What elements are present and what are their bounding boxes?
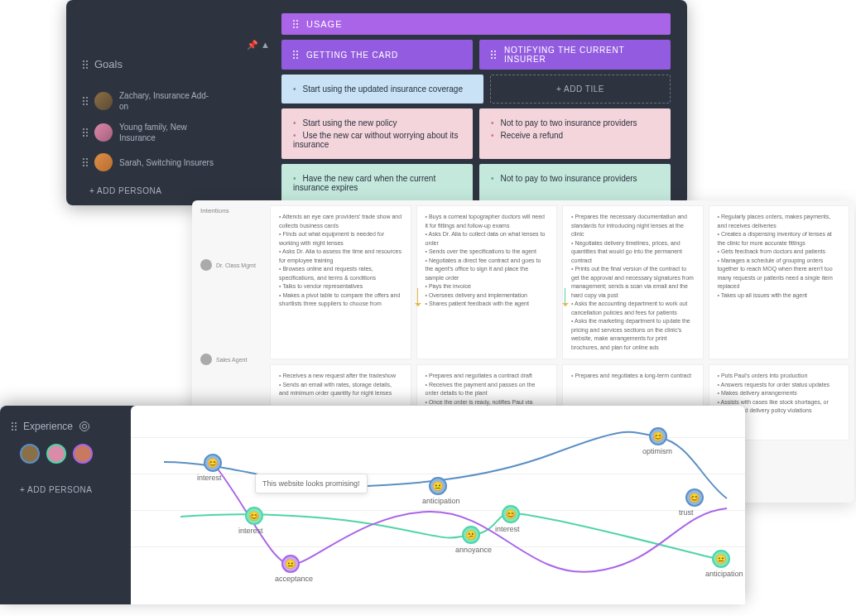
intention-item: Takes up all issues with the agent [718, 291, 841, 301]
avatar [94, 123, 113, 142]
intentions-label: Intentions [200, 207, 265, 214]
emotion-label: trust [679, 508, 694, 517]
goal-card[interactable]: Start using the updated insurance covera… [281, 75, 483, 103]
intention-item: Receives the payment and passes on the o… [426, 381, 549, 398]
intention-item: Negotiates a direct fee contract and goe… [426, 257, 549, 283]
grip-icon[interactable] [491, 51, 496, 59]
intention-item: Pays the invoice [426, 282, 549, 291]
emotion-annoyance[interactable]: 😕 [462, 526, 480, 544]
usage-header[interactable]: USAGE [281, 13, 671, 35]
experience-label: Experience [23, 421, 73, 432]
goal-item: Have the new card when the current insur… [293, 172, 461, 194]
avatar [94, 92, 113, 110]
arrow-icon [565, 288, 565, 306]
persona-young-family[interactable]: Young family, New Insurance [75, 117, 215, 148]
intention-card[interactable]: Regularly places orders, makes payments,… [709, 205, 850, 359]
goal-item: Use the new car without worrying about i… [293, 129, 461, 151]
persona-row[interactable]: Dr. Class Mgmt [200, 259, 265, 271]
intention-item: Negotiates delivery timelines, prices, a… [571, 239, 695, 266]
intention-item: Shares patient feedback with the agent [426, 300, 549, 309]
goal-card[interactable]: Not to pay to two insurance providersRec… [479, 108, 671, 159]
intention-item: Asks Dr. Alia to collect data on what le… [426, 230, 549, 248]
intention-item: Asks the marketing department to update … [571, 317, 695, 352]
emotion-label: interest [197, 474, 222, 482]
intention-item: Regularly places orders, makes payments,… [718, 213, 841, 230]
grip-icon[interactable] [83, 128, 88, 137]
add-persona-button[interactable]: + ADD PERSONA [75, 176, 215, 195]
intention-item: Gets feedback from doctors and patients [718, 248, 841, 257]
avatar[interactable] [20, 444, 40, 464]
emotion-interest[interactable]: 😊 [502, 505, 520, 523]
avatar[interactable] [46, 444, 66, 464]
intention-item: Prints out the final version of the cont… [571, 265, 695, 300]
emotion-label: acceptance [275, 575, 313, 583]
intention-item: Finds out what equipment is needed for w… [279, 230, 402, 248]
experience-heading: Experience [12, 421, 127, 432]
intention-card[interactable]: Prepares the necessary documentation and… [562, 205, 704, 359]
intention-item: Puts Paul's orders into production [718, 372, 841, 381]
intention-item: Asks the accounting department to work o… [571, 300, 695, 317]
emotion-anticipation[interactable]: 😐 [429, 477, 447, 495]
emotion-interest[interactable]: 😊 [204, 454, 222, 472]
persona-sarah[interactable]: Sarah, Switching Insurers [75, 148, 215, 176]
add-tile-button[interactable]: + ADD TILE [490, 75, 671, 103]
goal-item: Receive a refund [491, 129, 659, 142]
goal-item: Not to pay to two insurance providers [491, 172, 659, 185]
notify-insurer-header[interactable]: NOTIFYING THE CURRENT INSURER [479, 40, 671, 70]
emotion-label: anticipation [422, 497, 460, 505]
add-persona-button[interactable]: + ADD PERSONA [12, 475, 127, 494]
emotion-label: interest [495, 525, 520, 533]
intention-item: Prepares and negotiates a contract draft [426, 372, 549, 381]
avatar [94, 153, 113, 171]
intention-item: Creates a dispensing inventory of lenses… [718, 230, 841, 248]
intention-item: Talks to vendor representatives [279, 282, 402, 291]
intention-item: Buys a corneal topographer doctors will … [426, 213, 549, 230]
intention-item: Browses online and requests rates, speci… [279, 265, 402, 282]
grip-icon[interactable] [293, 51, 298, 59]
gear-icon[interactable] [79, 421, 89, 431]
emotion-optimism[interactable]: 😊 [649, 427, 667, 445]
grip-icon[interactable] [293, 20, 298, 28]
goals-heading: Goals [75, 58, 215, 70]
avatar[interactable] [73, 444, 93, 464]
goals-label: Goals [94, 58, 123, 70]
goal-card[interactable]: Start using the new policyUse the new ca… [281, 108, 473, 159]
intention-item: Answers requests for order status update… [718, 381, 841, 390]
intention-item: Oversees delivery and implementation [426, 291, 549, 301]
emotion-anticipation[interactable]: 😐 [712, 550, 730, 568]
grip-icon[interactable] [83, 97, 88, 105]
intention-card[interactable]: Buys a corneal topographer doctors will … [416, 205, 558, 359]
grip-icon[interactable] [12, 422, 17, 431]
goal-item: Not to pay to two insurance providers [491, 117, 659, 129]
intention-item: Sends an email with rates, storage detai… [279, 381, 402, 398]
getting-card-header[interactable]: GETTING THE CARD [281, 40, 473, 70]
intention-item: Makes a pivot table to compare the offer… [279, 291, 402, 309]
emotion-interest[interactable]: 😊 [245, 507, 263, 525]
intention-item: Prepares and negotiates a long-term cont… [571, 372, 695, 381]
goal-card[interactable]: Not to pay to two insurance providers [479, 164, 671, 202]
grip-icon[interactable] [83, 158, 88, 166]
persona-zachary[interactable]: Zachary, Insurance Add-on [75, 85, 215, 117]
pin-controls[interactable]: 📌 ▲ [247, 40, 270, 51]
intention-item: Prepares the necessary documentation and… [571, 213, 695, 239]
persona-row[interactable]: Sales Agent [200, 354, 265, 365]
emotion-label: optimism [642, 447, 672, 455]
grip-icon[interactable] [83, 60, 88, 69]
emotion-label: annoyance [455, 546, 492, 554]
goals-panel: Goals Zachary, Insurance Add-on Young fa… [66, 0, 687, 205]
intention-card[interactable]: Attends an eye care providers' trade sho… [270, 205, 411, 359]
avatar [200, 354, 212, 365]
intention-item: Receives a new request after the tradesh… [279, 372, 402, 381]
experience-sidebar: Experience + ADD PERSONA [12, 421, 127, 494]
emotion-trust[interactable]: 😊 [685, 488, 704, 507]
tooltip: This website looks promising! [255, 474, 368, 493]
goal-card[interactable]: Have the new card when the current insur… [281, 164, 473, 202]
goal-item: Start using the new policy [293, 117, 461, 129]
intention-item: Manages a schedule of grouping orders to… [718, 257, 841, 291]
experience-chart[interactable]: 😊interest😐anticipation😊optimism😊trust😊in… [131, 406, 745, 604]
emotion-acceptance[interactable]: 😐 [281, 555, 300, 573]
intention-item: Attends an eye care providers' trade sho… [279, 213, 402, 230]
intention-item: Asks Dr. Alia to assess the time and res… [279, 248, 402, 265]
intention-item: Sends over the specifications to the age… [426, 248, 549, 257]
goals-sidebar: Goals Zachary, Insurance Add-on Young fa… [75, 58, 215, 195]
